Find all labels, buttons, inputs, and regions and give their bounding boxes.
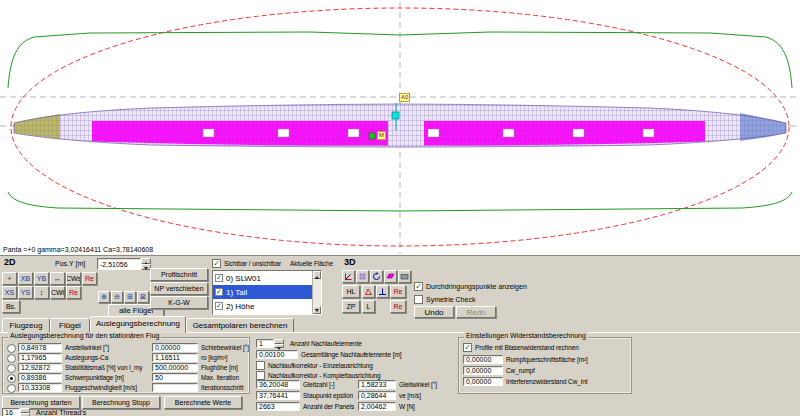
ro-label: ro [kg/m³] — [201, 354, 227, 361]
re-button-1[interactable]: Re — [82, 272, 97, 285]
cws-button[interactable]: CWs — [66, 272, 81, 285]
zp-button[interactable]: ZP — [342, 300, 360, 313]
view-ys-button[interactable]: YS — [18, 286, 33, 299]
nachlauf-einzel-label: Nachlaufkorrektur - Einzelausrichtung — [268, 362, 373, 369]
max-iteration-label: Max. Iteration — [201, 374, 239, 381]
max-iteration-input[interactable]: 50 — [152, 373, 198, 382]
ve-value: 0,28644 — [358, 391, 396, 400]
pan-vertical-icon-button[interactable]: ↕ — [34, 286, 49, 299]
axes-3d-icon[interactable] — [342, 270, 355, 283]
surface-list-item-hoehe[interactable]: ✓2) Höhe — [213, 299, 321, 313]
stabilitaetsmass-label: Stabilitätsmaß [%] von l_my — [65, 364, 143, 371]
surface-visible-checkbox[interactable]: ✓ — [215, 288, 223, 296]
cross-icon-button[interactable]: + — [2, 272, 17, 285]
auslegung-panel: Auslegungsberechnung für den stationären… — [0, 332, 800, 416]
zoom-all-icon[interactable]: ⊠ — [137, 291, 149, 303]
fluggeschwindigkeit-input[interactable]: 10,33308 — [18, 383, 62, 392]
status-line: Panta =+0 gamma=3,02416411 Ca=3,78140608 — [3, 246, 153, 253]
cw-rumpf-input[interactable]: 0,00000 — [463, 366, 503, 375]
anstellwinkel-label: Anstellwinkel [°] — [65, 344, 109, 351]
threads-stepper[interactable] — [20, 408, 30, 416]
re-3d-button[interactable]: Re — [390, 285, 406, 298]
scroll-up-icon[interactable] — [313, 271, 321, 279]
nachlauf-count-input[interactable]: 1 — [256, 339, 274, 348]
zoom-window-icon[interactable]: ⊞ — [124, 291, 136, 303]
l-button[interactable]: L — [362, 300, 375, 313]
wing-drawing — [0, 0, 800, 256]
visibility-checkbox[interactable]: ✓ — [212, 259, 221, 268]
blasenwiderstand-checkbox[interactable]: ✓ — [463, 343, 472, 352]
marker-a0-label: A0 — [399, 93, 410, 102]
normal-icon-button[interactable] — [376, 285, 389, 298]
radio-stabilitaetsmass[interactable] — [7, 364, 16, 373]
flughoehe-input[interactable]: 500,00000 — [152, 363, 198, 372]
auslegungs-ca-input[interactable]: 1,17965 — [18, 353, 62, 362]
nachlauf-einzel-checkbox[interactable] — [256, 361, 265, 370]
cw-int-input[interactable]: 0,00000 — [463, 377, 503, 386]
stabilitaetsmass-input[interactable]: 12,92872 — [18, 363, 62, 372]
zoom-out-icon[interactable]: ⊖ — [111, 291, 123, 303]
design-group-legend: Auslegungsberechnung für den stationären… — [8, 332, 161, 339]
angle-icon-button[interactable] — [362, 285, 375, 298]
radio-schwerpunktlage[interactable] — [7, 374, 16, 383]
anstellwinkel-input[interactable]: 0,84978 — [18, 343, 62, 352]
tab-fluegel[interactable]: Flügel — [50, 318, 90, 332]
view-xb-button[interactable]: XB — [18, 272, 33, 285]
pos-y-input[interactable]: -2,51056 — [97, 258, 141, 270]
iterationsschritt-input[interactable] — [152, 383, 198, 392]
threads-input[interactable]: 16 — [2, 408, 20, 416]
kgw-button[interactable]: K-G-W — [150, 296, 208, 309]
berechnung-stopp-button[interactable]: Berechnung Stopp — [82, 396, 160, 409]
drag-group-legend: Einstellungen Widerstandsberechnung — [464, 332, 588, 339]
berechnete-werte-button[interactable]: Berechnete Werte — [164, 396, 242, 409]
pan-horizontal-icon-button[interactable]: ↔ — [50, 272, 65, 285]
cw-int-label: Interferenzwiderstand Cw_int — [506, 378, 587, 385]
section-2d-label: 2D — [4, 258, 16, 268]
schwerpunktlage-input[interactable]: 0,89386 — [18, 373, 62, 382]
durchdringung-checkbox[interactable]: ✓ — [414, 282, 423, 291]
surface-list-item-slw01[interactable]: ✓0) SLW01 — [213, 271, 321, 285]
re-3d-button-2[interactable]: Re — [390, 300, 406, 313]
symetrie-checkbox[interactable] — [414, 295, 423, 304]
np-verschieben-button[interactable]: NP verschieben — [150, 282, 208, 295]
panels-count-label: Anzahl der Panels — [303, 403, 354, 410]
auslegungs-ca-label: Auslegungs-Ca — [65, 354, 108, 361]
nachlauf-komplett-checkbox[interactable] — [256, 371, 265, 380]
bs-button[interactable]: Bs. — [2, 300, 20, 313]
tab-gesamtpolaren[interactable]: Gesamtpolaren berechnen — [186, 318, 294, 332]
surface-visible-checkbox[interactable]: ✓ — [215, 302, 223, 310]
radio-auslegungs-ca[interactable] — [7, 354, 16, 363]
nachlauf-length-label: Gesamtlänge Nachlaufelemente [m] — [301, 351, 402, 358]
view-xs-button[interactable]: XS — [2, 286, 17, 299]
rumpfquerschnitt-input[interactable]: 0,00000 — [463, 355, 503, 364]
zoom-in-icon[interactable]: ⊕ — [98, 291, 110, 303]
mesh-view-icon[interactable] — [356, 270, 369, 283]
redo-button[interactable]: Redo — [456, 306, 496, 318]
surface-list-item-tail[interactable]: ✓1) Tail — [213, 285, 321, 299]
surface-list-scrollbar[interactable] — [312, 271, 321, 314]
ro-input[interactable]: 1,16511 — [152, 353, 198, 362]
gleitwinkel-value: 1,58233 — [358, 380, 396, 389]
section-3d-label: 3D — [344, 258, 356, 268]
view-yb-button[interactable]: YB — [34, 272, 49, 285]
undo-button[interactable]: Undo — [414, 306, 454, 318]
surface-visible-checkbox[interactable]: ✓ — [215, 274, 223, 282]
staupunkt-value: 37,76441 — [256, 391, 300, 400]
radio-fluggeschwindigkeit[interactable] — [7, 384, 16, 393]
nachlauf-length-input[interactable]: 0,00100 — [256, 350, 298, 359]
nachlauf-count-stepper[interactable] — [274, 339, 284, 348]
profilschnitt-button[interactable]: Profilschnitt — [150, 268, 208, 281]
schiebewinkel-input[interactable]: 0,00000 — [152, 343, 198, 352]
cwi-button[interactable]: CWi — [50, 286, 65, 299]
rotate-view-icon[interactable] — [370, 270, 383, 283]
tab-auslegungsberechnung[interactable]: Auslegungsberechnung — [90, 316, 186, 333]
scroll-down-icon[interactable] — [313, 306, 321, 314]
radio-anstellwinkel[interactable] — [7, 344, 16, 353]
re-button-2[interactable]: Re — [66, 286, 81, 299]
visibility-label: Sichtbar / unsichtbar — [224, 260, 281, 267]
surface-view-icon[interactable] — [384, 270, 397, 283]
tab-flugzeug[interactable]: Flugzeug — [2, 318, 50, 332]
camera-view-icon[interactable] — [398, 270, 411, 283]
planform-canvas[interactable]: A0 M Panta =+0 gamma=3,02416411 Ca=3,781… — [0, 0, 800, 256]
hl-button[interactable]: HL — [342, 285, 360, 298]
